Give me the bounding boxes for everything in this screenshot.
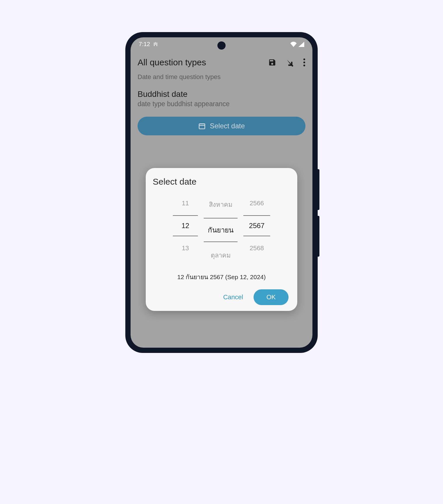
month-picker[interactable]: สิงหาคม กันยายน ตุลาคม <box>204 195 238 265</box>
svg-point-3 <box>292 65 293 66</box>
volume-up-button[interactable] <box>317 169 319 210</box>
question-description: date type buddhist appearance <box>138 100 305 108</box>
year-prev[interactable]: 2566 <box>250 195 264 211</box>
phone-frame: 7:12 All question types <box>125 32 318 353</box>
day-selected[interactable]: 12 <box>173 215 198 236</box>
jump-icon[interactable] <box>286 58 294 66</box>
day-picker[interactable]: 11 12 13 <box>173 195 198 265</box>
svg-point-4 <box>303 58 305 60</box>
day-prev[interactable]: 11 <box>182 195 189 211</box>
svg-rect-2 <box>157 43 157 46</box>
select-date-button[interactable]: Select date <box>138 117 305 135</box>
screen: 7:12 All question types <box>131 37 312 348</box>
year-selected[interactable]: 2567 <box>243 215 270 236</box>
content-area: Date and time question types Buddhist da… <box>131 73 312 135</box>
svg-rect-1 <box>155 42 156 45</box>
question-title: Buddhist date <box>138 90 305 99</box>
month-next[interactable]: ตุลาคม <box>211 246 231 265</box>
section-subtitle: Date and time question types <box>138 73 305 81</box>
select-date-label: Select date <box>210 122 245 130</box>
save-icon[interactable] <box>268 58 276 66</box>
app-title: All question types <box>138 57 206 67</box>
vibrate-icon <box>153 42 158 47</box>
picker-row: 11 12 13 สิงหาคม กันยายน ตุลาคม 2566 256… <box>153 195 290 265</box>
year-picker[interactable]: 2566 2567 2568 <box>243 195 270 265</box>
svg-point-5 <box>303 62 305 63</box>
dialog-title: Select date <box>153 177 290 187</box>
wifi-icon <box>290 42 297 47</box>
cell-signal-icon <box>298 42 304 47</box>
ok-button[interactable]: OK <box>254 289 289 305</box>
calendar-icon <box>198 122 206 130</box>
month-selected[interactable]: กันยายน <box>204 218 238 242</box>
svg-point-6 <box>303 64 305 66</box>
volume-down-button[interactable] <box>317 216 319 257</box>
status-time: 7:12 <box>139 41 150 48</box>
app-bar: All question types <box>131 49 312 73</box>
more-vert-icon[interactable] <box>303 58 305 66</box>
date-summary: 12 กันยายน 2567 (Sep 12, 2024) <box>153 272 290 282</box>
svg-rect-7 <box>199 124 205 129</box>
year-next[interactable]: 2568 <box>250 240 264 256</box>
month-prev[interactable]: สิงหาคม <box>209 195 233 214</box>
svg-rect-0 <box>154 43 154 46</box>
date-picker-dialog: Select date 11 12 13 สิงหาคม กันยายน ตุล… <box>146 168 297 311</box>
cancel-button[interactable]: Cancel <box>222 290 245 304</box>
day-next[interactable]: 13 <box>182 240 189 256</box>
camera-notch <box>217 41 226 50</box>
